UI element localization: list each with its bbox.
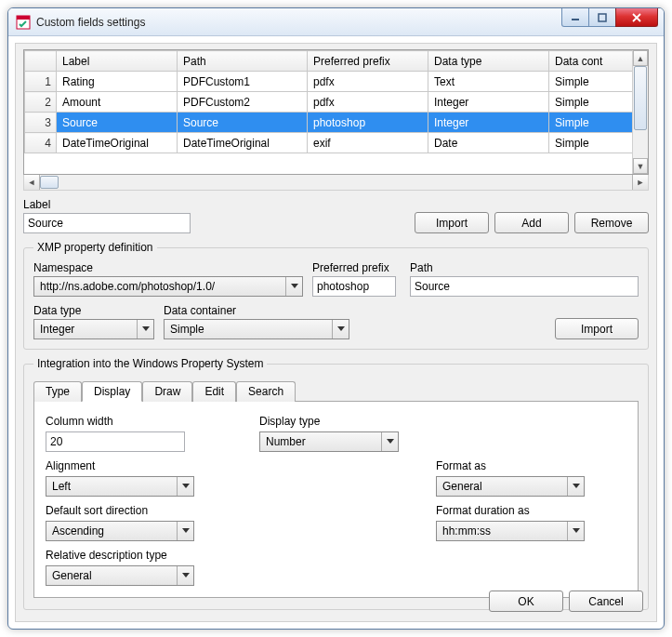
grid-header-row[interactable]: Label Path Preferred prefix Data type Da… <box>25 51 648 72</box>
sort-combo[interactable]: Ascending <box>46 521 194 541</box>
tab-panel-display: Column width Alignment Left Default sort… <box>33 402 639 598</box>
tab-display[interactable]: Display <box>82 381 142 402</box>
label-caption: Label <box>23 198 191 211</box>
prefix-input[interactable] <box>312 276 396 297</box>
alignment-combo[interactable]: Left <box>46 476 194 497</box>
import-button[interactable]: Import <box>415 212 489 233</box>
tab-search[interactable]: Search <box>236 381 296 402</box>
chevron-down-icon <box>137 320 153 338</box>
client-area: Label Path Preferred prefix Data type Da… <box>15 43 657 622</box>
tab-draw[interactable]: Draw <box>142 381 192 402</box>
grid-vscroll[interactable]: ▲ ▼ <box>632 50 648 174</box>
chevron-down-icon <box>567 477 584 496</box>
display-type-combo[interactable]: Number <box>259 431 399 452</box>
dialog-window: Custom fields settings <box>7 7 665 630</box>
chevron-down-icon <box>381 432 398 451</box>
dtype-label: Data type <box>33 304 154 317</box>
svg-rect-1 <box>17 16 30 20</box>
chevron-down-icon <box>177 522 193 540</box>
app-icon <box>16 15 31 30</box>
minimize-button[interactable] <box>561 8 589 27</box>
chevron-down-icon <box>285 277 302 296</box>
column-width-label: Column width <box>46 415 231 428</box>
fields-grid[interactable]: Label Path Preferred prefix Data type Da… <box>23 49 649 175</box>
table-row[interactable]: 1 Rating PDFCustom1 pdfx Text Simple <box>25 72 648 92</box>
col-label[interactable]: Label <box>57 51 178 72</box>
chevron-down-icon <box>177 566 193 585</box>
chevron-down-icon <box>567 522 584 540</box>
scroll-left-icon[interactable]: ◄ <box>24 175 40 190</box>
path-input[interactable] <box>410 276 639 297</box>
close-button[interactable] <box>615 8 658 27</box>
reldesc-combo[interactable]: General <box>46 565 194 586</box>
hscroll-thumb[interactable] <box>40 176 59 189</box>
format-dur-combo[interactable]: hh:mm:ss <box>436 521 585 541</box>
namespace-label: Namespace <box>33 261 303 274</box>
svg-rect-3 <box>599 14 606 21</box>
column-width-input[interactable] <box>46 431 185 452</box>
tab-type[interactable]: Type <box>33 381 82 402</box>
table-row[interactable]: 4 DateTimeOriginal DateTimeOriginal exif… <box>25 133 648 153</box>
tabstrip: Type Display Draw Edit Search <box>33 381 639 402</box>
container-combo[interactable]: Simple <box>164 319 349 339</box>
ok-button[interactable]: OK <box>489 591 563 612</box>
wps-group: Integration into the Windows Property Sy… <box>23 357 649 610</box>
add-button[interactable]: Add <box>494 212 569 233</box>
scroll-thumb[interactable] <box>634 66 647 130</box>
format-as-combo[interactable]: General <box>436 476 585 497</box>
col-path[interactable]: Path <box>178 51 308 72</box>
remove-button[interactable]: Remove <box>574 212 649 233</box>
namespace-combo[interactable]: http://ns.adobe.com/photoshop/1.0/ <box>33 276 303 297</box>
xmp-legend: XMP property definition <box>33 241 157 254</box>
wps-legend: Integration into the Windows Property Sy… <box>33 357 267 370</box>
path-label: Path <box>410 261 639 274</box>
tab-edit[interactable]: Edit <box>192 381 236 402</box>
reldesc-label: Relative description type <box>46 549 231 562</box>
cancel-button[interactable]: Cancel <box>569 591 643 612</box>
window-controls <box>561 8 664 35</box>
format-as-label: Format as <box>436 459 594 472</box>
display-type-label: Display type <box>259 415 408 428</box>
format-dur-label: Format duration as <box>436 504 594 517</box>
maximize-button[interactable] <box>588 8 616 27</box>
alignment-label: Alignment <box>46 459 231 472</box>
table-row[interactable]: 2 Amount PDFCustom2 pdfx Integer Simple <box>25 92 648 113</box>
xmp-import-button[interactable]: Import <box>555 318 639 339</box>
grid-corner <box>25 51 57 72</box>
xmp-group: XMP property definition Namespace http:/… <box>23 241 649 350</box>
container-label: Data container <box>164 304 349 317</box>
col-dtype[interactable]: Data type <box>428 51 549 72</box>
scroll-down-icon[interactable]: ▼ <box>633 158 648 174</box>
titlebar[interactable]: Custom fields settings <box>8 8 664 36</box>
prefix-label: Preferred prefix <box>312 261 401 274</box>
chevron-down-icon <box>177 477 193 496</box>
scroll-up-icon[interactable]: ▲ <box>633 50 648 66</box>
grid-hscroll[interactable]: ◄ ► <box>23 175 649 191</box>
sort-label: Default sort direction <box>46 504 231 517</box>
scroll-right-icon[interactable]: ► <box>632 175 648 190</box>
chevron-down-icon <box>332 320 349 338</box>
label-input[interactable] <box>23 213 191 233</box>
window-title: Custom fields settings <box>36 16 145 29</box>
table-row-selected[interactable]: 3 Source Source photoshop Integer Simple <box>25 113 648 133</box>
dtype-combo[interactable]: Integer <box>33 319 154 339</box>
col-prefix[interactable]: Preferred prefix <box>308 51 428 72</box>
